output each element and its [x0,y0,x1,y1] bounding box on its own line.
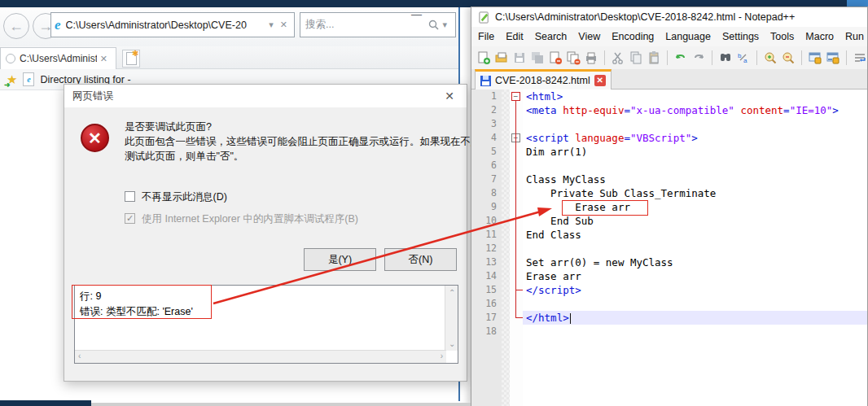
line-number: 17 [471,311,502,325]
line-number: 11 [471,228,502,242]
code-line-2[interactable]: <meta http-equiv="x-ua-compatible" conte… [523,103,867,117]
code-line-4[interactable]: <script language="VBScript"> [523,131,867,145]
toolbar-separator [756,50,757,65]
tab-close-icon[interactable]: ✕ [97,54,111,64]
open-file-icon[interactable] [494,50,509,65]
fold-guide-end [515,290,523,290]
code-line-6[interactable] [523,159,867,172]
close-file-icon[interactable] [548,50,563,65]
npp-document-tab[interactable]: CVE-2018-8242.html ✕ [475,69,612,89]
dialog-heading: 是否要调试此页面? [125,120,212,134]
code-line-12[interactable] [523,242,867,255]
line-number: 3 [471,117,502,131]
ie-tab-row: C:\Users\Administrator\... ✕ ✱ [0,46,458,69]
menu-settings[interactable]: Settings [722,31,759,42]
undo-icon[interactable] [673,50,688,65]
menu-encoding[interactable]: Encoding [612,31,654,42]
dialog-title-bar[interactable]: 网页错误 ✕ [64,85,467,107]
save-all-icon [530,50,545,65]
replace-icon[interactable]: ba [736,50,751,65]
code-line-17[interactable]: </html> [523,311,867,325]
tab-title[interactable]: C:\Users\Administrator\... [20,53,97,64]
browser-tab[interactable]: C:\Users\Administrator\... ✕ [0,47,116,69]
cut-icon [611,50,625,65]
npp-tab-close-icon[interactable]: ✕ [594,75,606,86]
code-line-8[interactable]: Private Sub Class_Terminate [523,186,867,200]
menu-edit[interactable]: Edit [506,31,524,42]
address-url[interactable]: C:\Users\Administrator\Desktop\CVE-20 [66,20,266,31]
zoom-out-icon[interactable] [781,50,796,65]
line-number: 16 [471,297,502,311]
find-icon[interactable] [718,50,733,65]
toolbar-separator [667,50,668,65]
search-placeholder[interactable]: 搜索... [305,18,428,32]
sync-vertical-scroll-icon[interactable] [808,50,822,65]
minimize-button[interactable]: — [411,8,422,20]
window-frame-accent [847,0,868,7]
code-area[interactable]: <html><meta http-equiv="x-ua-compatible"… [523,89,867,406]
dialog-close-icon[interactable]: ✕ [441,89,458,103]
new-file-icon[interactable] [476,50,491,65]
menu-macro[interactable]: Macro [805,31,834,42]
scroll-up-icon[interactable]: ⌃ [449,288,455,297]
zoom-in-icon[interactable] [763,50,778,65]
code-line-16[interactable] [523,297,867,311]
address-bar[interactable]: e C:\Users\Administrator\Desktop\CVE-20 … [50,12,295,37]
dont-show-label[interactable]: 不再显示此消息(D) [142,190,227,204]
scroll-right-icon[interactable]: › [441,351,443,360]
code-line-14[interactable]: Erase arr [523,269,867,283]
address-dropdown-icon[interactable]: ▾ [265,20,277,30]
new-tab-button[interactable]: ✱ [122,50,140,68]
fold-margin: −− [510,89,523,406]
code-line-11[interactable]: End Class [523,228,867,242]
sync-horizontal-scroll-icon[interactable] [826,50,840,65]
menu-run[interactable]: Run [845,31,864,42]
horizontal-scrollbar[interactable]: ‹ › [75,350,446,363]
use-debugger-checkbox: ✓ [125,213,135,224]
stop-button-icon[interactable]: ✕ [277,20,291,30]
code-line-1[interactable]: <html> [523,89,867,103]
fold-collapse-icon[interactable]: − [511,92,520,101]
code-line-18[interactable] [523,325,867,338]
npp-menubar: FileEditSearchViewEncodingLanguageSettin… [471,27,867,46]
search-icon[interactable] [428,20,439,30]
line-number: 6 [471,159,502,172]
line-number: 7 [471,172,502,186]
back-button[interactable]: ← [3,13,29,39]
menu-search[interactable]: Search [535,31,568,42]
print-icon[interactable] [584,50,598,65]
code-line-10[interactable]: End Sub [523,214,867,228]
no-button[interactable]: 否(N) [384,248,457,271]
search-box[interactable]: 搜索... ▾ [300,12,456,37]
copy-icon [629,50,643,65]
menu-tools[interactable]: Tools [770,31,794,42]
scroll-left-icon[interactable]: ‹ [78,351,81,360]
npp-tab-title[interactable]: CVE-2018-8242.html [495,75,590,86]
bookmark-margin [502,89,510,406]
line-number: 1 [471,89,502,103]
add-favorite-icon[interactable]: ★ ➜ [7,72,17,87]
save-icon [512,50,527,65]
annotation-rect-error-text [72,285,212,319]
new-tab-page-icon: ✱ [126,52,137,65]
yes-button[interactable]: 是(Y) [304,248,376,271]
word-wrap-icon[interactable] [853,50,867,65]
code-line-5[interactable]: Dim arr(1) [523,145,867,159]
vertical-scrollbar[interactable]: ⌃ ⌄ [445,286,458,351]
code-line-15[interactable]: </script> [523,283,867,297]
menu-file[interactable]: File [478,31,494,42]
dont-show-checkbox[interactable] [125,191,135,202]
code-line-7[interactable]: Class MyClass [523,172,867,186]
code-line-13[interactable]: Set arr(0) = new MyClass [523,255,867,269]
close-all-icon[interactable] [566,50,581,65]
menu-view[interactable]: View [578,31,600,42]
search-dropdown-icon[interactable]: ▾ [439,20,450,30]
use-debugger-label: 使用 Internet Explorer 中的内置脚本调试程序(B) [142,212,358,226]
npp-title-bar[interactable]: C:\Users\Administrator\Desktop\CVE-2018-… [471,7,867,27]
code-line-3[interactable] [523,117,867,131]
toolbar-separator [604,50,605,65]
scroll-down-icon[interactable]: ⌄ [449,339,455,348]
notepad-plus-plus-window: C:\Users\Administrator\Desktop\CVE-2018-… [471,7,868,406]
menu-language[interactable]: Language [665,31,711,42]
code-editor[interactable]: 123456789101112131415161718 −− <html><me… [471,89,867,406]
